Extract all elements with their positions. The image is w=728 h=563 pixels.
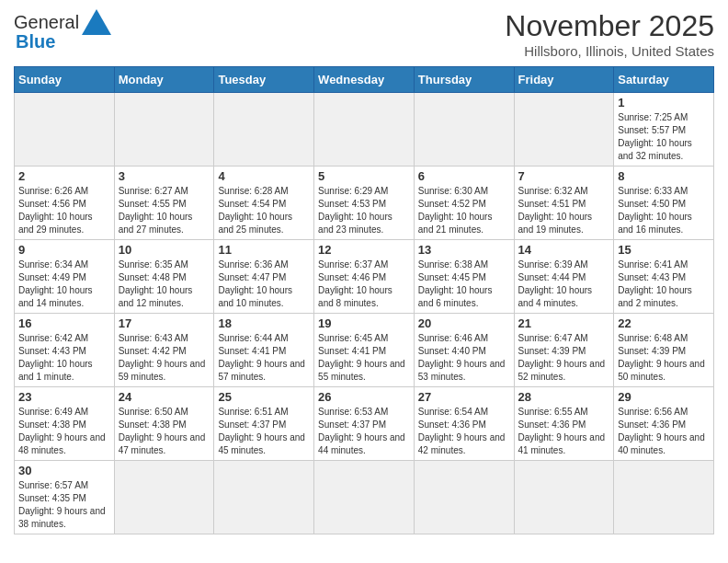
month-year-title: November 2025 [505,9,714,43]
day-info: Sunrise: 6:30 AM Sunset: 4:52 PM Dayligh… [418,185,510,236]
table-row: 16Sunrise: 6:42 AM Sunset: 4:43 PM Dayli… [15,314,115,387]
day-number: 13 [418,243,510,257]
location-subtitle: Hillsboro, Illinois, United States [505,43,714,59]
col-friday: Friday [514,67,614,93]
day-number: 19 [318,316,410,330]
day-number: 12 [318,243,410,257]
day-info: Sunrise: 6:34 AM Sunset: 4:49 PM Dayligh… [18,259,110,310]
day-info: Sunrise: 6:49 AM Sunset: 4:38 PM Dayligh… [18,406,110,457]
table-row: 3Sunrise: 6:27 AM Sunset: 4:55 PM Daylig… [114,167,214,240]
table-row: 11Sunrise: 6:36 AM Sunset: 4:47 PM Dayli… [214,240,314,314]
day-info: Sunrise: 6:53 AM Sunset: 4:37 PM Dayligh… [318,406,410,457]
day-info: Sunrise: 6:51 AM Sunset: 4:37 PM Dayligh… [218,406,310,457]
table-row: 25Sunrise: 6:51 AM Sunset: 4:37 PM Dayli… [214,387,314,461]
day-number: 23 [18,390,110,404]
day-number: 4 [218,169,310,183]
table-row: 15Sunrise: 6:41 AM Sunset: 4:43 PM Dayli… [614,240,714,314]
table-row: 13Sunrise: 6:38 AM Sunset: 4:45 PM Dayli… [414,240,514,314]
calendar-body: 1Sunrise: 7:25 AM Sunset: 5:57 PM Daylig… [15,93,714,534]
logo-blue-text: Blue [16,31,55,52]
header: General Blue November 2025 Hillsboro, Il… [14,9,714,59]
day-number: 9 [18,243,110,257]
col-monday: Monday [114,67,214,93]
day-number: 8 [618,169,710,183]
day-number: 14 [518,243,610,257]
table-row [214,461,314,534]
day-info: Sunrise: 6:54 AM Sunset: 4:36 PM Dayligh… [418,406,510,457]
table-row: 26Sunrise: 6:53 AM Sunset: 4:37 PM Dayli… [314,387,415,461]
day-number: 20 [418,316,510,330]
title-block: November 2025 Hillsboro, Illinois, Unite… [505,9,714,59]
table-row [114,461,214,534]
calendar-table: Sunday Monday Tuesday Wednesday Thursday… [14,66,714,534]
table-row: 22Sunrise: 6:48 AM Sunset: 4:39 PM Dayli… [614,314,714,387]
logo-icon [82,9,111,35]
day-info: Sunrise: 6:43 AM Sunset: 4:42 PM Dayligh… [119,332,210,384]
day-info: Sunrise: 6:37 AM Sunset: 4:46 PM Dayligh… [318,259,410,310]
table-row: 9Sunrise: 6:34 AM Sunset: 4:49 PM Daylig… [15,240,115,314]
col-saturday: Saturday [614,67,714,93]
svg-marker-0 [82,9,111,35]
day-info: Sunrise: 6:42 AM Sunset: 4:43 PM Dayligh… [18,332,110,384]
day-info: Sunrise: 6:57 AM Sunset: 4:35 PM Dayligh… [18,479,110,531]
table-row: 24Sunrise: 6:50 AM Sunset: 4:38 PM Dayli… [114,387,214,461]
logo: General Blue [14,9,111,52]
table-row: 19Sunrise: 6:45 AM Sunset: 4:41 PM Dayli… [314,314,415,387]
table-row: 1Sunrise: 7:25 AM Sunset: 5:57 PM Daylig… [614,93,714,167]
day-info: Sunrise: 6:28 AM Sunset: 4:54 PM Dayligh… [218,185,310,236]
day-number: 22 [618,316,710,330]
day-info: Sunrise: 6:35 AM Sunset: 4:48 PM Dayligh… [119,259,210,310]
day-number: 28 [518,390,610,404]
table-row: 30Sunrise: 6:57 AM Sunset: 4:35 PM Dayli… [15,461,115,534]
col-thursday: Thursday [414,67,514,93]
calendar-header: Sunday Monday Tuesday Wednesday Thursday… [15,67,714,93]
table-row: 2Sunrise: 6:26 AM Sunset: 4:56 PM Daylig… [15,167,115,240]
day-info: Sunrise: 6:39 AM Sunset: 4:44 PM Dayligh… [518,259,610,310]
day-number: 2 [18,169,110,183]
day-info: Sunrise: 6:36 AM Sunset: 4:47 PM Dayligh… [218,259,310,310]
day-number: 7 [518,169,610,183]
day-number: 11 [218,243,310,257]
table-row [414,93,514,167]
table-row: 17Sunrise: 6:43 AM Sunset: 4:42 PM Dayli… [114,314,214,387]
day-number: 27 [418,390,510,404]
table-row: 8Sunrise: 6:33 AM Sunset: 4:50 PM Daylig… [614,167,714,240]
table-row: 20Sunrise: 6:46 AM Sunset: 4:40 PM Dayli… [414,314,514,387]
day-info: Sunrise: 6:48 AM Sunset: 4:39 PM Dayligh… [618,332,710,384]
logo-general-text: General [14,12,79,33]
table-row: 12Sunrise: 6:37 AM Sunset: 4:46 PM Dayli… [314,240,415,314]
table-row: 27Sunrise: 6:54 AM Sunset: 4:36 PM Dayli… [414,387,514,461]
table-row: 7Sunrise: 6:32 AM Sunset: 4:51 PM Daylig… [514,167,614,240]
table-row: 14Sunrise: 6:39 AM Sunset: 4:44 PM Dayli… [514,240,614,314]
day-number: 3 [119,169,210,183]
day-info: Sunrise: 7:25 AM Sunset: 5:57 PM Dayligh… [618,111,710,163]
day-number: 24 [119,390,210,404]
table-row [614,461,714,534]
day-info: Sunrise: 6:26 AM Sunset: 4:56 PM Dayligh… [18,185,110,236]
day-number: 17 [119,316,210,330]
day-info: Sunrise: 6:47 AM Sunset: 4:39 PM Dayligh… [518,332,610,384]
day-info: Sunrise: 6:44 AM Sunset: 4:41 PM Dayligh… [218,332,310,384]
day-info: Sunrise: 6:33 AM Sunset: 4:50 PM Dayligh… [618,185,710,236]
day-number: 1 [618,96,710,109]
day-info: Sunrise: 6:32 AM Sunset: 4:51 PM Dayligh… [518,185,610,236]
table-row: 18Sunrise: 6:44 AM Sunset: 4:41 PM Dayli… [214,314,314,387]
day-number: 15 [618,243,710,257]
day-number: 16 [18,316,110,330]
table-row [414,461,514,534]
day-number: 30 [18,464,110,477]
day-number: 6 [418,169,510,183]
table-row: 21Sunrise: 6:47 AM Sunset: 4:39 PM Dayli… [514,314,614,387]
table-row [214,93,314,167]
day-number: 5 [318,169,410,183]
day-number: 26 [318,390,410,404]
table-row [15,93,115,167]
table-row [514,93,614,167]
col-wednesday: Wednesday [314,67,415,93]
day-number: 29 [618,390,710,404]
day-info: Sunrise: 6:56 AM Sunset: 4:36 PM Dayligh… [618,406,710,457]
day-info: Sunrise: 6:41 AM Sunset: 4:43 PM Dayligh… [618,259,710,310]
table-row [114,93,214,167]
table-row: 23Sunrise: 6:49 AM Sunset: 4:38 PM Dayli… [15,387,115,461]
table-row: 10Sunrise: 6:35 AM Sunset: 4:48 PM Dayli… [114,240,214,314]
